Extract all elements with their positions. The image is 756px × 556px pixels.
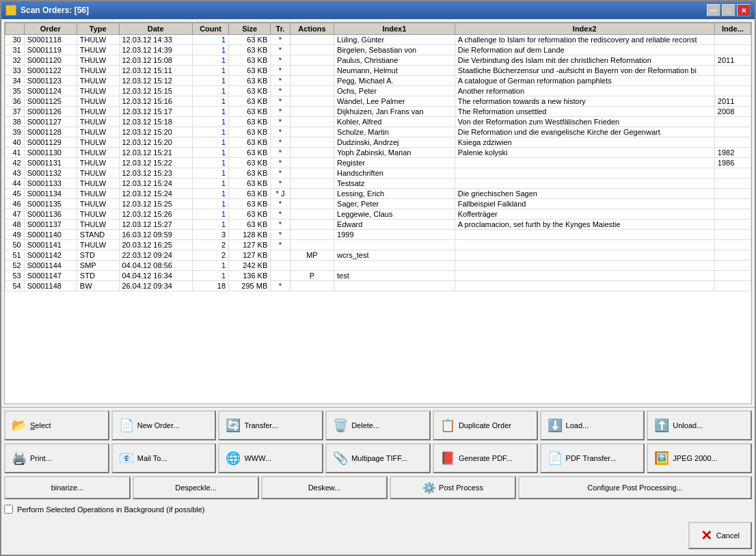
cell-tr: * (271, 281, 290, 291)
cell-size: 128 KB (229, 230, 271, 240)
table-row[interactable]: 32 S0001120 THULW 12.03.12 15:08 1 63 KB… (5, 55, 751, 66)
cell-index1: Lüling, Günter (334, 35, 455, 45)
table-row[interactable]: 35 S0001124 THULW 12.03.12 15:15 1 63 KB… (5, 86, 751, 96)
col-index1[interactable]: Index1 (334, 23, 455, 35)
cell-rownum: 52 (5, 261, 25, 271)
col-count[interactable]: Count (192, 23, 228, 35)
table-row[interactable]: 52 S0001144 SMP 04.04.12 08:56 1 242 KB (5, 261, 751, 271)
cell-type: THULW (77, 240, 119, 250)
window-icon (5, 5, 16, 16)
col-tr[interactable]: Tr. (271, 23, 290, 35)
cell-date: 12.03.12 15:20 (119, 137, 192, 148)
cell-size: 63 KB (229, 117, 271, 127)
close-button[interactable]: ✕ (737, 4, 751, 16)
configure-post-button[interactable]: Configure Post Processing... (518, 476, 752, 499)
cell-rownum: 40 (5, 137, 25, 148)
transfer-button[interactable]: 🔄 Transfer... (218, 410, 323, 440)
maximize-button[interactable]: □ (722, 4, 735, 16)
binarize-button[interactable]: binarize... (4, 476, 131, 499)
cell-date: 12.03.12 15:25 (119, 199, 192, 209)
table-row[interactable]: 45 S0001134 THULW 12.03.12 15:24 1 63 KB… (5, 189, 751, 199)
cell-order: S0001130 (24, 148, 77, 158)
cell-order: S0001148 (24, 281, 77, 291)
cell-index2: Kofferträger (455, 209, 714, 220)
col-index3[interactable]: Inde... (714, 23, 751, 35)
table-row[interactable]: 51 S0001142 STD 22.03.12 09:24 2 127 KB … (5, 250, 751, 261)
table-row[interactable]: 54 S0001148 BW 26.04.12 09:34 18 295 MB … (5, 281, 751, 291)
table-row[interactable]: 43 S0001132 THULW 12.03.12 15:23 1 63 KB… (5, 168, 751, 178)
tiff-label: Multipage TIFF... (351, 454, 407, 462)
table-row[interactable]: 36 S0001125 THULW 12.03.12 15:16 1 63 KB… (5, 96, 751, 107)
table-row[interactable]: 34 S0001123 THULW 12.03.12 15:12 1 63 KB… (5, 76, 751, 86)
cell-index2: Die Reformation und die evangelische Kir… (455, 127, 714, 137)
table-row[interactable]: 44 S0001133 THULW 12.03.12 15:24 1 63 KB… (5, 178, 751, 189)
table-row[interactable]: 38 S0001127 THULW 12.03.12 15:18 1 63 KB… (5, 117, 751, 127)
cell-type: THULW (77, 168, 119, 178)
delete-button[interactable]: 🗑️ Delete... (325, 410, 431, 440)
table-row[interactable]: 48 S0001137 THULW 12.03.12 15:27 1 63 KB… (5, 220, 751, 230)
background-checkbox[interactable] (4, 505, 13, 514)
cell-size: 63 KB (229, 66, 271, 76)
jpeg2000-button[interactable]: 🖼️ JPEG 2000... (647, 443, 752, 473)
print-button[interactable]: 🖨️ Print... (4, 443, 109, 473)
www-button[interactable]: 🌐 WWW... (218, 443, 323, 473)
despeckle-button[interactable]: Despeckle... (133, 476, 259, 499)
post-process-button[interactable]: ⚙️ Post Process (390, 476, 516, 499)
col-date[interactable]: Date (119, 23, 192, 35)
print-label: Print... (30, 454, 52, 462)
table-row[interactable]: 33 S0001122 THULW 12.03.12 15:11 1 63 KB… (5, 66, 751, 76)
table-row[interactable]: 40 S0001129 THULW 12.03.12 15:20 1 63 KB… (5, 137, 751, 148)
table-row[interactable]: 30 S0001118 THULW 12.03.12 14:33 1 63 KB… (5, 35, 751, 45)
cell-actions (290, 178, 334, 189)
select-button[interactable]: 📂 Select (4, 410, 109, 440)
cell-index3 (714, 137, 751, 148)
cell-index3: 1982 (714, 148, 751, 158)
col-num[interactable] (5, 23, 25, 35)
col-order[interactable]: Order (24, 23, 77, 35)
mail-icon: 📧 (118, 450, 135, 466)
minimize-button[interactable]: — (707, 4, 720, 16)
orders-table-container[interactable]: Order Type Date Count Size Tr. Actions I… (4, 22, 752, 404)
cell-date: 12.03.12 15:16 (119, 96, 192, 107)
load-button[interactable]: ⬇️ Load... (540, 410, 645, 440)
cancel-button[interactable]: ✕ Cancel (688, 522, 752, 549)
col-size[interactable]: Size (229, 23, 271, 35)
table-row[interactable]: 41 S0001130 THULW 12.03.12 15:21 1 63 KB… (5, 148, 751, 158)
table-row[interactable]: 42 S0001131 THULW 12.03.12 15:22 1 63 KB… (5, 158, 751, 168)
table-row[interactable]: 37 S0001126 THULW 12.03.12 15:17 1 63 KB… (5, 107, 751, 117)
background-checkbox-row: Perform Selected Operations in Backgroun… (4, 502, 752, 516)
deskew-button[interactable]: Deskew... (261, 476, 388, 499)
delete-label: Delete... (351, 421, 379, 429)
cell-size: 63 KB (229, 199, 271, 209)
cell-index3 (714, 220, 751, 230)
col-actions[interactable]: Actions (290, 23, 334, 35)
table-row[interactable]: 53 S0001147 STD 04.04.12 16:34 1 136 KB … (5, 271, 751, 281)
duplicate-button[interactable]: 📋 Duplicate Order (433, 410, 538, 440)
cell-type: THULW (77, 209, 119, 220)
new-order-button[interactable]: 📄 New Order... (111, 410, 217, 440)
col-index2[interactable]: Index2 (455, 23, 714, 35)
cell-rownum: 50 (5, 240, 25, 250)
table-row[interactable]: 50 S0001141 THULW 20.03.12 16:25 2 127 K… (5, 240, 751, 250)
cell-rownum: 43 (5, 168, 25, 178)
table-row[interactable]: 49 S0001140 STAND 16.03.12 09:59 3 128 K… (5, 230, 751, 240)
cell-type: THULW (77, 86, 119, 96)
cell-index3 (714, 168, 751, 178)
cell-index3: 2011 (714, 96, 751, 107)
cell-order: S0001133 (24, 178, 77, 189)
multipage-tiff-button[interactable]: 📎 Multipage TIFF... (325, 443, 431, 473)
cell-index3 (714, 35, 751, 45)
cell-actions (290, 35, 334, 45)
table-row[interactable]: 39 S0001128 THULW 12.03.12 15:20 1 63 KB… (5, 127, 751, 137)
table-row[interactable]: 46 S0001135 THULW 12.03.12 15:25 1 63 KB… (5, 199, 751, 209)
unload-button[interactable]: ⬆️ Unload... (647, 410, 752, 440)
col-type[interactable]: Type (77, 23, 119, 35)
generate-pdf-button[interactable]: 📕 Generate PDF... (433, 443, 538, 473)
table-row[interactable]: 47 S0001136 THULW 12.03.12 15:26 1 63 KB… (5, 209, 751, 220)
mail-to-button[interactable]: 📧 Mail To... (111, 443, 217, 473)
table-row[interactable]: 31 S0001119 THULW 12.03.12 14:39 1 63 KB… (5, 45, 751, 55)
unload-icon: ⬆️ (653, 417, 670, 434)
cell-rownum: 44 (5, 178, 25, 189)
cell-count: 1 (192, 76, 228, 86)
pdf-transfer-button[interactable]: 📄 PDF Transfer... (540, 443, 645, 473)
